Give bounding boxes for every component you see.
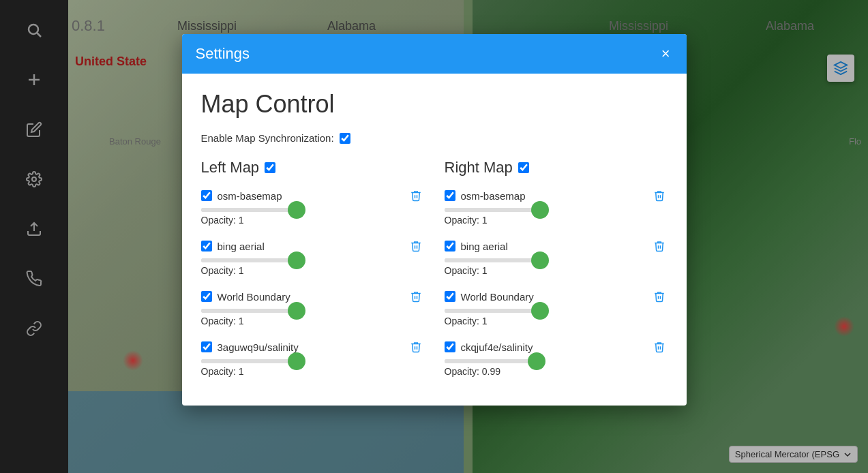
left-bing-slider[interactable]: [201, 258, 297, 262]
left-bing-name: bing aerial: [218, 241, 402, 252]
right-boundary-slider[interactable]: [445, 309, 540, 313]
modal-body: Map Control Enable Map Synchronization: …: [182, 74, 687, 406]
left-osm-delete-button[interactable]: [408, 187, 424, 204]
left-salinity-checkbox[interactable]: [201, 341, 212, 352]
right-layer-boundary-header: World Boundary: [445, 288, 668, 305]
right-salinity-name: ckqjuf4e/salinity: [461, 341, 646, 353]
left-bing-checkbox[interactable]: [201, 241, 212, 251]
left-osm-name: osm-basemap: [218, 190, 402, 202]
left-bing-delete-button[interactable]: [408, 238, 424, 254]
right-boundary-checkbox[interactable]: [445, 291, 455, 302]
sync-row: Enable Map Synchronization:: [201, 132, 668, 144]
left-boundary-slider[interactable]: [201, 309, 297, 313]
left-boundary-slider-container: [201, 309, 424, 313]
section-title: Map Control: [201, 90, 668, 119]
left-layer-boundary: World Boundary: [201, 288, 424, 326]
right-bing-opacity: Opacity: 1: [445, 265, 668, 276]
left-salinity-delete-button[interactable]: [408, 339, 424, 355]
right-layer-salinity-header: ckqjuf4e/salinity: [445, 339, 668, 355]
right-boundary-name: World Boundary: [461, 291, 646, 303]
sync-label: Enable Map Synchronization:: [201, 132, 334, 144]
left-map-header: Left Map: [201, 159, 424, 177]
left-layer-osm: osm-basemap: [201, 187, 424, 226]
right-osm-delete-button[interactable]: [651, 187, 668, 204]
right-map-checkbox[interactable]: [518, 162, 529, 173]
left-map-column: Left Map osm-basemap: [201, 159, 424, 389]
left-layer-bing-header: bing aerial: [201, 238, 424, 254]
right-boundary-delete-button[interactable]: [651, 288, 668, 305]
left-osm-slider[interactable]: [201, 208, 297, 212]
right-map-header: Right Map: [445, 159, 668, 177]
right-bing-delete-button[interactable]: [651, 238, 668, 254]
right-osm-name: osm-basemap: [461, 190, 646, 202]
left-boundary-delete-button[interactable]: [408, 288, 424, 305]
right-layer-osm-header: osm-basemap: [445, 187, 668, 204]
right-layer-boundary: World Boundary: [445, 288, 668, 326]
right-boundary-opacity: Opacity: 1: [445, 316, 668, 326]
sync-checkbox[interactable]: [340, 133, 350, 144]
modal-title: Settings: [196, 45, 250, 63]
right-salinity-opacity: Opacity: 0.99: [445, 366, 668, 377]
right-salinity-checkbox[interactable]: [445, 341, 455, 352]
left-salinity-slider[interactable]: [201, 359, 297, 363]
left-osm-checkbox[interactable]: [201, 190, 212, 201]
right-bing-slider-container: [445, 258, 668, 262]
left-map-checkbox[interactable]: [265, 162, 275, 173]
left-bing-slider-container: [201, 258, 424, 262]
right-map-label: Right Map: [445, 159, 513, 177]
right-salinity-slider[interactable]: [445, 359, 540, 363]
maps-container: Left Map osm-basemap: [201, 159, 668, 389]
right-boundary-slider-container: [445, 309, 668, 313]
right-bing-name: bing aerial: [461, 241, 646, 252]
left-layer-osm-header: osm-basemap: [201, 187, 424, 204]
right-map-column: Right Map osm-basemap: [445, 159, 668, 389]
right-salinity-thumb[interactable]: [528, 352, 545, 370]
modal-close-button[interactable]: ×: [659, 46, 673, 61]
left-layer-salinity-header: 3aguwq9u/salinity: [201, 339, 424, 355]
settings-modal: Settings × Map Control Enable Map Synchr…: [182, 34, 687, 406]
right-bing-slider[interactable]: [445, 258, 540, 262]
left-layer-bing: bing aerial: [201, 238, 424, 276]
left-boundary-opacity: Opacity: 1: [201, 316, 424, 326]
right-salinity-slider-container: [445, 359, 668, 363]
left-osm-opacity: Opacity: 1: [201, 215, 424, 226]
left-boundary-checkbox[interactable]: [201, 291, 212, 302]
right-layer-bing-header: bing aerial: [445, 238, 668, 254]
right-osm-checkbox[interactable]: [445, 190, 455, 201]
right-osm-slider-container: [445, 208, 668, 212]
left-osm-slider-container: [201, 208, 424, 212]
left-salinity-opacity: Opacity: 1: [201, 366, 424, 377]
right-osm-slider[interactable]: [445, 208, 540, 212]
modal-header: Settings ×: [182, 34, 687, 74]
right-layer-osm: osm-basemap: [445, 187, 668, 226]
left-map-label: Left Map: [201, 159, 260, 177]
right-bing-checkbox[interactable]: [445, 241, 455, 251]
left-boundary-name: World Boundary: [218, 291, 402, 303]
left-layer-salinity: 3aguwq9u/salinity: [201, 339, 424, 377]
left-layer-boundary-header: World Boundary: [201, 288, 424, 305]
right-layer-salinity: ckqjuf4e/salinity: [445, 339, 668, 377]
right-layer-bing: bing aerial: [445, 238, 668, 276]
left-bing-opacity: Opacity: 1: [201, 265, 424, 276]
modal-overlay: Settings × Map Control Enable Map Synchr…: [0, 0, 868, 473]
right-osm-opacity: Opacity: 1: [445, 215, 668, 226]
left-salinity-slider-container: [201, 359, 424, 363]
left-salinity-name: 3aguwq9u/salinity: [218, 341, 402, 353]
right-salinity-delete-button[interactable]: [651, 339, 668, 355]
